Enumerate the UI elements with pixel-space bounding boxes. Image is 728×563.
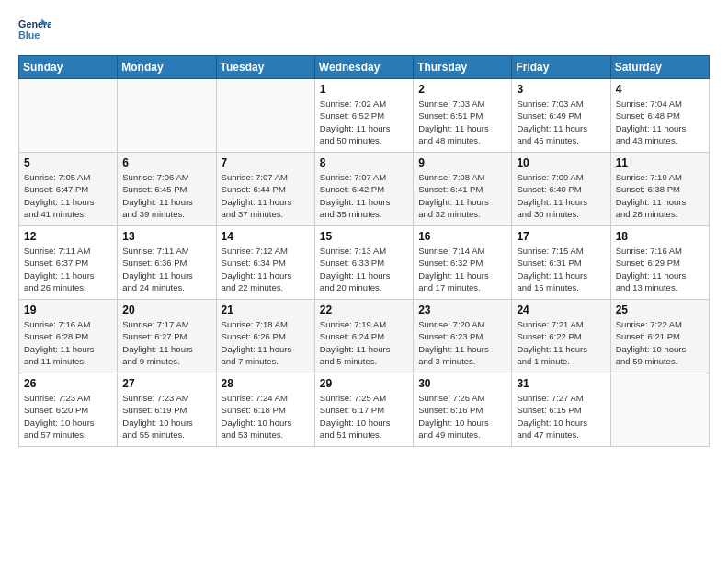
calendar-day-26: 26Sunrise: 7:23 AM Sunset: 6:20 PM Dayli… <box>19 373 118 447</box>
day-number: 19 <box>24 304 112 316</box>
day-number: 31 <box>517 377 605 390</box>
day-number: 27 <box>122 377 210 390</box>
day-info: Sunrise: 7:14 AM Sunset: 6:32 PM Dayligh… <box>418 245 506 293</box>
calendar-day-3: 3Sunrise: 7:03 AM Sunset: 6:49 PM Daylig… <box>512 79 610 153</box>
day-info: Sunrise: 7:07 AM Sunset: 6:42 PM Dayligh… <box>320 171 408 220</box>
day-number: 3 <box>517 83 605 96</box>
day-number: 6 <box>122 156 210 169</box>
day-number: 28 <box>222 377 310 390</box>
calendar-day-22: 22Sunrise: 7:19 AM Sunset: 6:24 PM Dayli… <box>314 300 413 373</box>
calendar-day-9: 9Sunrise: 7:08 AM Sunset: 6:41 PM Daylig… <box>414 153 512 226</box>
calendar-day-7: 7Sunrise: 7:07 AM Sunset: 6:44 PM Daylig… <box>216 153 314 226</box>
day-number: 9 <box>418 156 506 169</box>
calendar-day-24: 24Sunrise: 7:21 AM Sunset: 6:22 PM Dayli… <box>512 300 610 373</box>
day-info: Sunrise: 7:10 AM Sunset: 6:38 PM Dayligh… <box>616 171 704 220</box>
calendar-week-row: 12Sunrise: 7:11 AM Sunset: 6:37 PM Dayli… <box>19 226 710 300</box>
calendar-day-16: 16Sunrise: 7:14 AM Sunset: 6:32 PM Dayli… <box>414 226 512 300</box>
calendar-day-6: 6Sunrise: 7:06 AM Sunset: 6:45 PM Daylig… <box>118 153 216 226</box>
day-info: Sunrise: 7:05 AM Sunset: 6:47 PM Dayligh… <box>24 171 112 220</box>
calendar-day-8: 8Sunrise: 7:07 AM Sunset: 6:42 PM Daylig… <box>314 153 413 226</box>
calendar-day-20: 20Sunrise: 7:17 AM Sunset: 6:27 PM Dayli… <box>118 300 216 373</box>
calendar-day-21: 21Sunrise: 7:18 AM Sunset: 6:26 PM Dayli… <box>216 300 314 373</box>
day-info: Sunrise: 7:24 AM Sunset: 6:18 PM Dayligh… <box>222 392 310 441</box>
day-number: 26 <box>24 377 112 390</box>
calendar-day-5: 5Sunrise: 7:05 AM Sunset: 6:47 PM Daylig… <box>19 153 118 226</box>
day-number: 13 <box>122 230 210 243</box>
day-number: 22 <box>320 304 408 316</box>
day-info: Sunrise: 7:06 AM Sunset: 6:45 PM Dayligh… <box>122 171 210 220</box>
calendar-day-25: 25Sunrise: 7:22 AM Sunset: 6:21 PM Dayli… <box>610 300 709 373</box>
day-info: Sunrise: 7:25 AM Sunset: 6:17 PM Dayligh… <box>320 392 408 441</box>
weekday-header-sunday: Sunday <box>19 56 118 79</box>
calendar-week-row: 19Sunrise: 7:16 AM Sunset: 6:28 PM Dayli… <box>19 300 710 373</box>
calendar-day-30: 30Sunrise: 7:26 AM Sunset: 6:16 PM Dayli… <box>414 373 512 447</box>
logo: GeneralBlue <box>18 15 51 48</box>
day-info: Sunrise: 7:04 AM Sunset: 6:48 PM Dayligh… <box>616 98 704 146</box>
day-info: Sunrise: 7:02 AM Sunset: 6:52 PM Dayligh… <box>320 98 408 146</box>
day-info: Sunrise: 7:21 AM Sunset: 6:22 PM Dayligh… <box>517 318 605 367</box>
weekday-header-saturday: Saturday <box>610 56 709 79</box>
day-number: 5 <box>24 156 112 169</box>
calendar-table: SundayMondayTuesdayWednesdayThursdayFrid… <box>18 55 710 447</box>
day-number: 29 <box>320 377 408 390</box>
day-number: 7 <box>222 156 310 169</box>
day-info: Sunrise: 7:03 AM Sunset: 6:51 PM Dayligh… <box>418 98 506 146</box>
day-info: Sunrise: 7:20 AM Sunset: 6:23 PM Dayligh… <box>418 318 506 367</box>
day-info: Sunrise: 7:11 AM Sunset: 6:36 PM Dayligh… <box>122 245 210 293</box>
calendar-week-row: 5Sunrise: 7:05 AM Sunset: 6:47 PM Daylig… <box>19 153 710 226</box>
day-number: 17 <box>517 230 605 243</box>
day-info: Sunrise: 7:16 AM Sunset: 6:28 PM Dayligh… <box>24 318 112 367</box>
calendar-day-13: 13Sunrise: 7:11 AM Sunset: 6:36 PM Dayli… <box>118 226 216 300</box>
day-info: Sunrise: 7:16 AM Sunset: 6:29 PM Dayligh… <box>616 245 704 293</box>
calendar-day-17: 17Sunrise: 7:15 AM Sunset: 6:31 PM Dayli… <box>512 226 610 300</box>
day-number: 15 <box>320 230 408 243</box>
calendar-day-18: 18Sunrise: 7:16 AM Sunset: 6:29 PM Dayli… <box>610 226 709 300</box>
calendar-day-29: 29Sunrise: 7:25 AM Sunset: 6:17 PM Dayli… <box>314 373 413 447</box>
day-number: 10 <box>517 156 605 169</box>
day-number: 24 <box>517 304 605 316</box>
day-info: Sunrise: 7:23 AM Sunset: 6:19 PM Dayligh… <box>122 392 210 441</box>
day-number: 1 <box>320 83 408 96</box>
day-number: 20 <box>122 304 210 316</box>
day-number: 16 <box>418 230 506 243</box>
calendar-day-19: 19Sunrise: 7:16 AM Sunset: 6:28 PM Dayli… <box>19 300 118 373</box>
day-number: 2 <box>418 83 506 96</box>
calendar-day-12: 12Sunrise: 7:11 AM Sunset: 6:37 PM Dayli… <box>19 226 118 300</box>
day-number: 30 <box>418 377 506 390</box>
day-number: 8 <box>320 156 408 169</box>
day-info: Sunrise: 7:15 AM Sunset: 6:31 PM Dayligh… <box>517 245 605 293</box>
day-number: 12 <box>24 230 112 243</box>
calendar-day-15: 15Sunrise: 7:13 AM Sunset: 6:33 PM Dayli… <box>314 226 413 300</box>
calendar-day-23: 23Sunrise: 7:20 AM Sunset: 6:23 PM Dayli… <box>414 300 512 373</box>
day-info: Sunrise: 7:07 AM Sunset: 6:44 PM Dayligh… <box>222 171 310 220</box>
weekday-header-tuesday: Tuesday <box>216 56 314 79</box>
day-number: 23 <box>418 304 506 316</box>
calendar-day-11: 11Sunrise: 7:10 AM Sunset: 6:38 PM Dayli… <box>610 153 709 226</box>
day-info: Sunrise: 7:27 AM Sunset: 6:15 PM Dayligh… <box>517 392 605 441</box>
day-info: Sunrise: 7:17 AM Sunset: 6:27 PM Dayligh… <box>122 318 210 367</box>
day-number: 4 <box>616 83 704 96</box>
calendar-day-1: 1Sunrise: 7:02 AM Sunset: 6:52 PM Daylig… <box>314 79 413 153</box>
calendar-day-2: 2Sunrise: 7:03 AM Sunset: 6:51 PM Daylig… <box>414 79 512 153</box>
calendar-day-empty <box>610 373 709 447</box>
weekday-header-friday: Friday <box>512 56 610 79</box>
calendar-day-4: 4Sunrise: 7:04 AM Sunset: 6:48 PM Daylig… <box>610 79 709 153</box>
day-number: 11 <box>616 156 704 169</box>
calendar-day-empty <box>118 79 216 153</box>
day-info: Sunrise: 7:12 AM Sunset: 6:34 PM Dayligh… <box>222 245 310 293</box>
header: GeneralBlue <box>18 15 710 48</box>
page: GeneralBlue SundayMondayTuesdayWednesday… <box>0 0 728 462</box>
day-info: Sunrise: 7:26 AM Sunset: 6:16 PM Dayligh… <box>418 392 506 441</box>
calendar-day-27: 27Sunrise: 7:23 AM Sunset: 6:19 PM Dayli… <box>118 373 216 447</box>
day-info: Sunrise: 7:18 AM Sunset: 6:26 PM Dayligh… <box>222 318 310 367</box>
calendar-day-31: 31Sunrise: 7:27 AM Sunset: 6:15 PM Dayli… <box>512 373 610 447</box>
day-info: Sunrise: 7:08 AM Sunset: 6:41 PM Dayligh… <box>418 171 506 220</box>
weekday-header-wednesday: Wednesday <box>314 56 413 79</box>
logo-icon: GeneralBlue <box>18 15 51 48</box>
calendar-day-28: 28Sunrise: 7:24 AM Sunset: 6:18 PM Dayli… <box>216 373 314 447</box>
svg-text:Blue: Blue <box>18 29 40 40</box>
day-info: Sunrise: 7:11 AM Sunset: 6:37 PM Dayligh… <box>24 245 112 293</box>
weekday-header-monday: Monday <box>118 56 216 79</box>
calendar-day-10: 10Sunrise: 7:09 AM Sunset: 6:40 PM Dayli… <box>512 153 610 226</box>
day-number: 21 <box>222 304 310 316</box>
